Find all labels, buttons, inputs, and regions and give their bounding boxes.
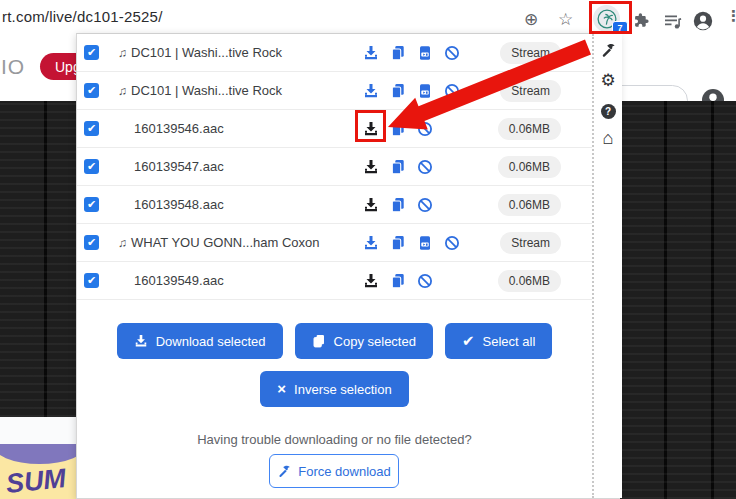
file-row: ✔ ♫ DC101 | Washi...tive Rock Stream (77, 72, 592, 110)
size-badge: 0.06MB (498, 118, 561, 140)
block-icon[interactable] (444, 45, 460, 61)
inverse-selection-label: Inverse selection (294, 382, 392, 397)
copy-icon[interactable] (390, 83, 406, 99)
download-icon (134, 334, 148, 348)
settings-gear-icon[interactable]: ⚙ (600, 70, 615, 91)
copy-icon[interactable] (390, 121, 406, 137)
promo-card: SUM (0, 444, 76, 499)
size-badge: 0.06MB (498, 194, 561, 216)
block-icon[interactable] (417, 121, 433, 137)
file-row: ✔ ♫ DC101 | Washi...tive Rock Stream (77, 34, 592, 72)
force-download-hammer-icon[interactable] (600, 42, 616, 58)
file-name: 160139547.aac (134, 159, 224, 174)
row-checkbox[interactable]: ✔ (84, 159, 99, 174)
site-logo: IO (1, 55, 25, 79)
download-icon[interactable] (363, 159, 379, 175)
copy-icon (312, 334, 326, 348)
block-icon[interactable] (444, 235, 460, 251)
detected-files-list: ✔ ♫ DC101 | Washi...tive Rock Stream ✔ ♫… (77, 34, 592, 300)
copy-icon[interactable] (390, 235, 406, 251)
bookmark-star-icon[interactable]: ☆ (558, 9, 573, 30)
page-visualizer-left (0, 101, 76, 417)
stream-badge: Stream (500, 232, 561, 254)
download-icon[interactable] (363, 273, 379, 289)
browser-menu-icon[interactable]: ⋮ (726, 7, 736, 25)
row-checkbox[interactable]: ✔ (84, 273, 99, 288)
size-badge: 0.06MB (498, 156, 561, 178)
music-note-icon: ♫ (118, 236, 127, 250)
select-all-button[interactable]: ✔ Select all (445, 323, 552, 359)
file-name: DC101 | Washi...tive Rock (131, 45, 282, 60)
file-name: 160139548.aac (134, 197, 224, 212)
block-icon[interactable] (444, 83, 460, 99)
media-controls-icon[interactable] (664, 14, 682, 30)
inverse-selection-button[interactable]: × Inverse selection (260, 371, 408, 407)
copy-selected-label: Copy selected (334, 334, 416, 349)
playlist-file-icon[interactable] (417, 83, 433, 99)
copy-icon[interactable] (390, 45, 406, 61)
stream-badge: Stream (500, 42, 561, 64)
file-name: DC101 | Washi...tive Rock (131, 83, 282, 98)
block-icon[interactable] (417, 159, 433, 175)
file-row: ✔ ♫ WHAT YOU GONN...ham Coxon Stream (77, 224, 592, 262)
file-row: ✔ 160139549.aac 0.06MB (77, 262, 592, 300)
home-icon[interactable]: ⌂ (603, 131, 614, 145)
copy-selected-button[interactable]: Copy selected (295, 323, 433, 359)
force-download-button[interactable]: Force download (269, 454, 399, 488)
page-zoom-icon[interactable]: ⊕ (524, 9, 538, 30)
copy-icon[interactable] (390, 273, 406, 289)
row-checkbox[interactable]: ✔ (84, 83, 99, 98)
promo-text: SUM (5, 463, 68, 499)
force-download-label: Force download (298, 464, 391, 479)
playlist-file-icon[interactable] (417, 45, 433, 61)
music-note-icon: ♫ (118, 84, 127, 98)
copy-icon[interactable] (390, 197, 406, 213)
trouble-help-text: Having trouble downloading or no file de… (77, 432, 592, 447)
playlist-file-icon[interactable] (417, 235, 433, 251)
size-badge: 0.06MB (498, 270, 561, 292)
file-name: WHAT YOU GONN...ham Coxon (131, 235, 320, 250)
music-note-icon: ♫ (118, 46, 127, 60)
help-icon[interactable]: ? (601, 104, 616, 119)
check-icon: ✔ (462, 334, 475, 348)
row-checkbox[interactable]: ✔ (84, 197, 99, 212)
page-section-strip (0, 417, 76, 444)
download-selected-button[interactable]: Download selected (117, 323, 283, 359)
browser-profile-avatar[interactable] (693, 11, 713, 31)
address-bar-url[interactable]: rt.com/live/dc101-2525/ (2, 8, 163, 25)
downloader-popup: ✔ ♫ DC101 | Washi...tive Rock Stream ✔ ♫… (76, 33, 620, 499)
annotation-box-download-icon (355, 110, 386, 142)
stream-badge: Stream (500, 80, 561, 102)
download-icon[interactable] (363, 197, 379, 213)
download-selected-label: Download selected (156, 334, 266, 349)
extensions-puzzle-icon[interactable] (633, 13, 649, 29)
promo-band (0, 444, 76, 464)
file-row: ✔ 160139548.aac 0.06MB (77, 186, 592, 224)
file-name: 160139546.aac (134, 121, 224, 136)
download-icon[interactable] (363, 45, 379, 61)
file-row: ✔ 160139547.aac 0.06MB (77, 148, 592, 186)
download-icon[interactable] (363, 235, 379, 251)
block-icon[interactable] (417, 273, 433, 289)
page-visualizer-right (620, 101, 736, 499)
copy-icon[interactable] (390, 159, 406, 175)
row-checkbox[interactable]: ✔ (84, 235, 99, 250)
popup-side-toolbar: ⚙ ? ⌂ (592, 34, 622, 498)
hammer-icon (277, 464, 291, 478)
row-checkbox[interactable]: ✔ (84, 45, 99, 60)
file-name: 160139549.aac (134, 273, 224, 288)
cross-icon: × (277, 382, 286, 396)
select-all-label: Select all (483, 334, 536, 349)
block-icon[interactable] (417, 197, 433, 213)
file-row: ✔ 160139546.aac 0.06MB (77, 110, 592, 148)
download-icon[interactable] (363, 83, 379, 99)
row-checkbox[interactable]: ✔ (84, 121, 99, 136)
annotation-box-extension-icon (589, 1, 632, 34)
